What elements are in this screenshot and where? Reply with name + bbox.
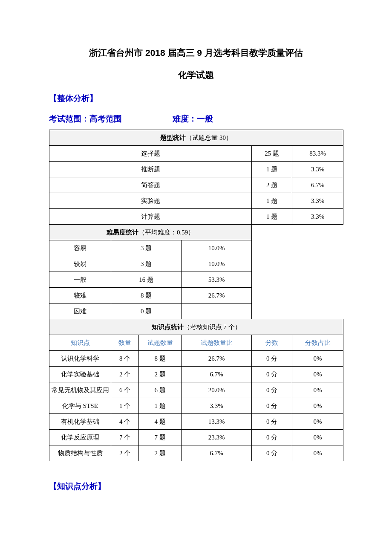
- page-subtitle: 化学试题: [49, 69, 343, 81]
- kp-name: 化学实验基础: [49, 367, 111, 382]
- kp-name: 有机化学基础: [49, 414, 111, 430]
- kp-score: 0 分: [252, 414, 292, 430]
- col-header: 分数占比: [292, 335, 343, 351]
- kp-scoreratio: 0%: [292, 351, 343, 367]
- difficulty-stats-title: 难易度统计: [107, 228, 138, 236]
- col-header: 分数: [252, 335, 292, 351]
- kp-scoreratio: 0%: [292, 414, 343, 430]
- type-pct: 3.3%: [292, 193, 343, 209]
- table-row: 选择题 25 题 83.3%: [49, 146, 343, 162]
- kp-count: 4 个: [111, 414, 139, 430]
- kp-count: 8 个: [111, 351, 139, 367]
- table-row: 简答题 2 题 6.7%: [49, 177, 343, 193]
- type-name: 实验题: [49, 193, 252, 209]
- type-pct: 3.3%: [292, 162, 343, 177]
- stats-table: 题型统计（试题总量 30） 选择题 25 题 83.3% 推断题 1 题 3.3…: [49, 130, 343, 461]
- kp-qcount: 6 题: [139, 382, 182, 398]
- table-row: 化学实验基础 2 个 2 题 6.7% 0 分 0%: [49, 367, 343, 382]
- kp-scoreratio: 0%: [292, 367, 343, 382]
- knowledge-col-header-row: 知识点 数量 试题数量 试题数量比 分数 分数占比: [49, 335, 343, 351]
- scope-label: 考试范围：: [49, 114, 89, 123]
- knowledge-stats-header-row: 知识点统计（考核知识点 7 个）: [49, 319, 343, 335]
- diff-pct: 10.0%: [182, 240, 252, 256]
- type-count: 1 题: [252, 209, 292, 225]
- type-count: 1 题: [252, 193, 292, 209]
- page-title: 浙江省台州市 2018 届高三 9 月选考科目教学质量评估: [49, 47, 343, 59]
- table-row: 化学反应原理 7 个 7 题 23.3% 0 分 0%: [49, 430, 343, 445]
- diff-name: 较难: [49, 288, 111, 304]
- kp-qratio: 6.7%: [182, 367, 252, 382]
- kp-qcount: 1 题: [139, 398, 182, 414]
- col-header: 试题数量比: [182, 335, 252, 351]
- kp-scoreratio: 0%: [292, 445, 343, 461]
- kp-count: 6 个: [111, 382, 139, 398]
- diff-pct: 26.7%: [182, 288, 252, 304]
- diff-pct: 10.0%: [182, 256, 252, 272]
- col-header: 数量: [111, 335, 139, 351]
- kp-score: 0 分: [252, 351, 292, 367]
- kp-score: 0 分: [252, 445, 292, 461]
- difficulty-stats-sub: （平均难度：0.59）: [138, 229, 194, 236]
- type-stats-header-row: 题型统计（试题总量 30）: [49, 130, 343, 146]
- type-pct: 3.3%: [292, 209, 343, 225]
- diff-pct: [182, 304, 252, 319]
- kp-score: 0 分: [252, 430, 292, 445]
- table-row: 计算题 1 题 3.3%: [49, 209, 343, 225]
- kp-count: 2 个: [111, 445, 139, 461]
- col-header: 知识点: [49, 335, 111, 351]
- table-row: 实验题 1 题 3.3%: [49, 193, 343, 209]
- difficulty-stats-header-row: 难易度统计（平均难度：0.59）: [49, 225, 343, 240]
- diff-pct: 53.3%: [182, 272, 252, 288]
- type-count: 2 题: [252, 177, 292, 193]
- kp-scoreratio: 0%: [292, 398, 343, 414]
- diff-count: 3 题: [111, 240, 182, 256]
- kp-qratio: 20.0%: [182, 382, 252, 398]
- table-row: 推断题 1 题 3.3%: [49, 162, 343, 177]
- kp-count: 7 个: [111, 430, 139, 445]
- kp-qcount: 8 题: [139, 351, 182, 367]
- kp-count: 1 个: [111, 398, 139, 414]
- kp-qcount: 7 题: [139, 430, 182, 445]
- type-pct: 6.7%: [292, 177, 343, 193]
- kp-score: 0 分: [252, 382, 292, 398]
- diff-count: 0 题: [111, 304, 182, 319]
- table-row: 物质结构与性质 2 个 2 题 6.7% 0 分 0%: [49, 445, 343, 461]
- type-stats-sub: （试题总量 30）: [186, 134, 232, 141]
- kp-qcount: 2 题: [139, 445, 182, 461]
- table-row: 化学与 STSE 1 个 1 题 3.3% 0 分 0%: [49, 398, 343, 414]
- difficulty-label: 难度：: [173, 114, 197, 123]
- kp-scoreratio: 0%: [292, 382, 343, 398]
- type-name: 推断题: [49, 162, 252, 177]
- kp-name: 物质结构与性质: [49, 445, 111, 461]
- type-count: 1 题: [252, 162, 292, 177]
- kp-score: 0 分: [252, 398, 292, 414]
- kp-name: 常见无机物及其应用: [49, 382, 111, 398]
- type-stats-title: 题型统计: [160, 134, 186, 141]
- type-pct: 83.3%: [292, 146, 343, 162]
- kp-qratio: 26.7%: [182, 351, 252, 367]
- kp-qratio: 6.7%: [182, 445, 252, 461]
- table-row: 有机化学基础 4 个 4 题 13.3% 0 分 0%: [49, 414, 343, 430]
- section-overall-analysis: 【整体分析】: [49, 93, 343, 104]
- type-name: 简答题: [49, 177, 252, 193]
- table-row: 认识化学科学 8 个 8 题 26.7% 0 分 0%: [49, 351, 343, 367]
- kp-qratio: 13.3%: [182, 414, 252, 430]
- diff-name: 困难: [49, 304, 111, 319]
- document-page: 浙江省台州市 2018 届高三 9 月选考科目教学质量评估 化学试题 【整体分析…: [0, 0, 392, 527]
- kp-qratio: 23.3%: [182, 430, 252, 445]
- kp-scoreratio: 0%: [292, 430, 343, 445]
- diff-name: 较易: [49, 256, 111, 272]
- kp-name: 认识化学科学: [49, 351, 111, 367]
- kp-qratio: 3.3%: [182, 398, 252, 414]
- kp-name: 化学与 STSE: [49, 398, 111, 414]
- diff-count: 8 题: [111, 288, 182, 304]
- diff-name: 一般: [49, 272, 111, 288]
- section-knowledge-analysis: 【知识点分析】: [49, 481, 343, 492]
- diff-name: 容易: [49, 240, 111, 256]
- kp-score: 0 分: [252, 367, 292, 382]
- kp-qcount: 2 题: [139, 367, 182, 382]
- diff-count: 3 题: [111, 256, 182, 272]
- kp-name: 化学反应原理: [49, 430, 111, 445]
- knowledge-stats-sub: （考核知识点 7 个）: [184, 324, 241, 330]
- scope-value: 高考范围: [89, 114, 122, 123]
